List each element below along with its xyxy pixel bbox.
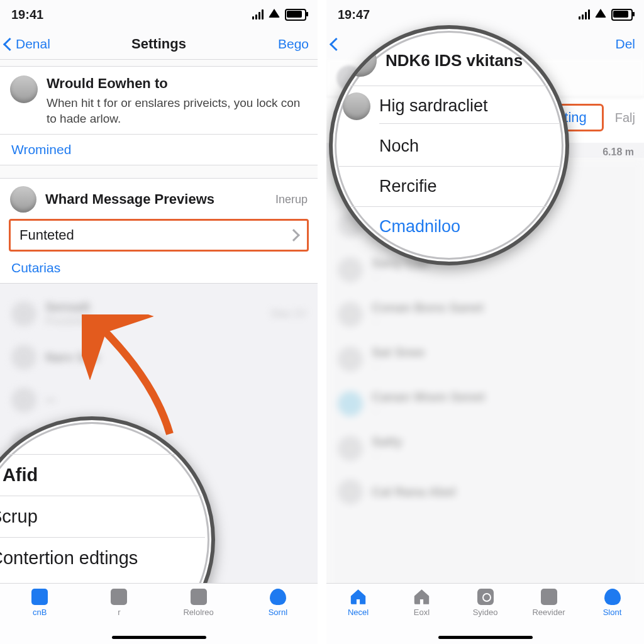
- avatar: [338, 257, 363, 282]
- tab-bar: cnB r Relolreo Sornl: [0, 583, 318, 644]
- list-item: Canan Wsen Senet···: [326, 381, 644, 426]
- tab-label: Relolreo: [183, 608, 213, 617]
- home-indicator[interactable]: [438, 636, 533, 639]
- home-icon: [414, 589, 430, 605]
- person-icon: [270, 589, 286, 605]
- tab-profile[interactable]: Slont: [594, 589, 631, 617]
- square-icon: [191, 589, 207, 605]
- clock: 19:41: [11, 8, 43, 22]
- home-indicator[interactable]: [112, 636, 206, 639]
- phone-left: 19:41 Denal Settings Bego Wrould Eowhen …: [0, 0, 318, 644]
- tab-label: Syideo: [473, 608, 498, 617]
- tab-1[interactable]: cnB: [21, 589, 58, 617]
- list-title: Satty: [372, 435, 402, 449]
- avatar: [338, 479, 363, 504]
- nav-action-button[interactable]: Bego: [278, 29, 309, 59]
- contact-avatar: [343, 92, 370, 120]
- tab-3[interactable]: Syideo: [467, 589, 504, 617]
- tab-label: cnB: [33, 608, 47, 617]
- profile-avatar: [10, 75, 38, 103]
- tab-4[interactable]: Reevider: [530, 589, 568, 617]
- square-icon: [111, 589, 127, 605]
- cellular-icon: [579, 9, 590, 19]
- list-item: Cal Rana Abel: [326, 470, 644, 513]
- previews-title: Whard Message Previews: [45, 191, 214, 208]
- avatar: [11, 301, 36, 326]
- list-date: Das 1V: [271, 308, 306, 320]
- profile-title: Wrould Eowhen to: [47, 75, 308, 92]
- list-title: Cal Rana Abel: [372, 485, 456, 499]
- back-label: Denal: [16, 36, 50, 52]
- previews-link[interactable]: Cutarias: [0, 253, 318, 283]
- clock: 19:47: [338, 8, 370, 22]
- tab-3[interactable]: Relolreo: [180, 589, 218, 617]
- page-title: Settings: [131, 36, 186, 52]
- person-icon: [604, 589, 621, 605]
- tab-4[interactable]: Sornl: [259, 589, 297, 617]
- chevron-left-icon: [330, 37, 343, 50]
- chevron-right-icon: [287, 229, 300, 242]
- previews-setting-label: Funteted: [19, 227, 74, 243]
- list-title: Conan Bons Sanet: [372, 301, 484, 315]
- square-icon: [541, 589, 557, 605]
- time-badge: 6.18 m: [602, 147, 634, 158]
- profile-body: When hit t for or enslares priveicts, yo…: [47, 96, 308, 126]
- wifi-icon: [269, 9, 280, 18]
- mag-row[interactable]: Scrup: [0, 496, 205, 538]
- avatar: [11, 345, 36, 370]
- list-sub: Proclorled: [45, 316, 91, 327]
- mag-row[interactable]: Noch: [339, 126, 559, 167]
- tab-label: Eoxl: [414, 608, 430, 617]
- status-bar: 19:47: [326, 0, 644, 29]
- previews-avatar: [10, 186, 36, 213]
- chevron-left-icon: [3, 37, 16, 50]
- back-button[interactable]: [331, 29, 342, 59]
- nav-action-button[interactable]: Del: [615, 29, 635, 59]
- profile-row[interactable]: Wrould Eowhen to When hit t for or ensla…: [0, 67, 318, 134]
- avatar: [338, 302, 363, 327]
- avatar: [338, 347, 363, 372]
- tab-label: Necel: [348, 608, 369, 617]
- home-icon: [350, 589, 367, 605]
- mag-row[interactable]: N Afid: [0, 454, 205, 496]
- list-item: SensaltProclorled Das 1V: [0, 291, 318, 336]
- tab-home[interactable]: Necel: [340, 589, 377, 617]
- tab-label: Reevider: [532, 608, 565, 617]
- wifi-icon: [595, 9, 606, 18]
- mag-row[interactable]: Rercifie: [339, 167, 559, 207]
- previews-note: Inerup: [275, 193, 308, 206]
- profile-link[interactable]: Wromined: [0, 134, 318, 165]
- section-previews: Whard Message Previews Inerup Funteted C…: [0, 178, 318, 284]
- list-title: Sensalt: [45, 300, 91, 314]
- magnifier-right: NDK6 IDS vkitans Hig sardracliet Noch Re…: [329, 25, 569, 265]
- list-title: Sat Snee: [372, 345, 425, 360]
- list-item: ···: [0, 379, 318, 421]
- avatar: [338, 391, 363, 416]
- tab-2[interactable]: Eoxl: [403, 589, 441, 617]
- list-title: Canan Wsen Senet: [372, 390, 485, 404]
- tab-bar: Necel Eoxl Syideo Reevider Slont: [326, 583, 644, 644]
- nav-bar: Denal Settings Bego: [0, 29, 318, 60]
- status-bar: 19:41: [0, 0, 318, 29]
- contact-title: NDK6 IDS vkitans: [386, 51, 523, 70]
- phone-right: 19:47 Del tting Falj 6.18 m ······ Lan T…: [326, 0, 644, 644]
- tab-label: Sornl: [269, 608, 287, 617]
- square-icon: [31, 589, 48, 605]
- cellular-icon: [252, 9, 264, 19]
- section-profile: Wrould Eowhen to When hit t for or ensla…: [0, 66, 318, 165]
- avatar: [338, 436, 363, 461]
- tab-label: Slont: [603, 608, 622, 617]
- previews-setting-row[interactable]: Funteted: [9, 219, 309, 252]
- mag-row[interactable]: Hig sardracliet: [379, 89, 559, 124]
- tab-label: r: [118, 608, 120, 617]
- camera-icon: [477, 589, 494, 605]
- mag-row[interactable]: Contertion edtings: [0, 538, 205, 579]
- battery-icon: [285, 9, 306, 21]
- tab-2[interactable]: r: [100, 589, 138, 617]
- back-button[interactable]: Denal: [5, 29, 50, 59]
- list-item: Satty···: [326, 426, 644, 470]
- list-item: Conan Bons Sanet···: [326, 292, 644, 336]
- battery-icon: [611, 9, 633, 21]
- filter-side[interactable]: Falj: [604, 111, 635, 125]
- list-item: Sat Snee···: [326, 336, 644, 381]
